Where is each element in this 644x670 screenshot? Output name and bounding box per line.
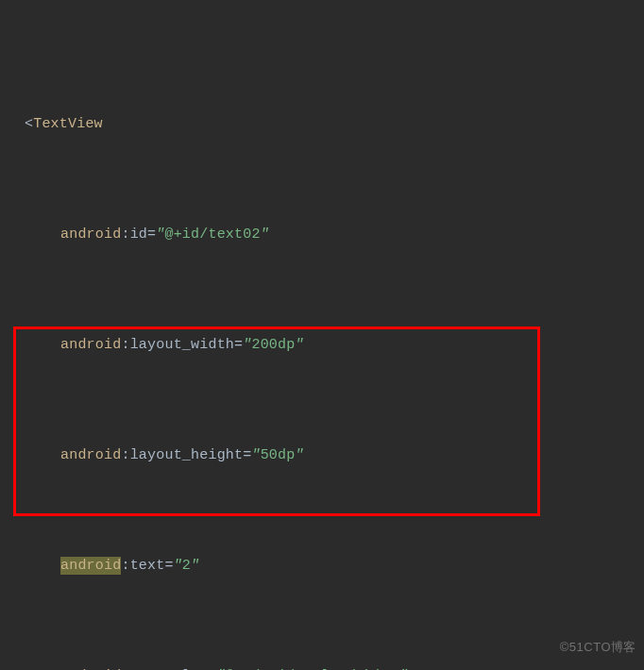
xml-attr-highlighted: android:text=″2″ [4, 552, 640, 579]
xml-attr: android:textColor=″@android:color/white″ [4, 662, 640, 670]
code-block: <TextView android:id=″@+id/text02″ andro… [0, 0, 644, 670]
watermark-label: ©51CTO博客 [560, 635, 636, 659]
xml-open-tag: <TextView [4, 110, 640, 138]
xml-attr: android:layout_width=″200dp″ [4, 331, 640, 359]
xml-attr: android:id=″@+id/text02″ [4, 221, 640, 248]
xml-attr: android:layout_height=″50dp″ [4, 442, 640, 469]
